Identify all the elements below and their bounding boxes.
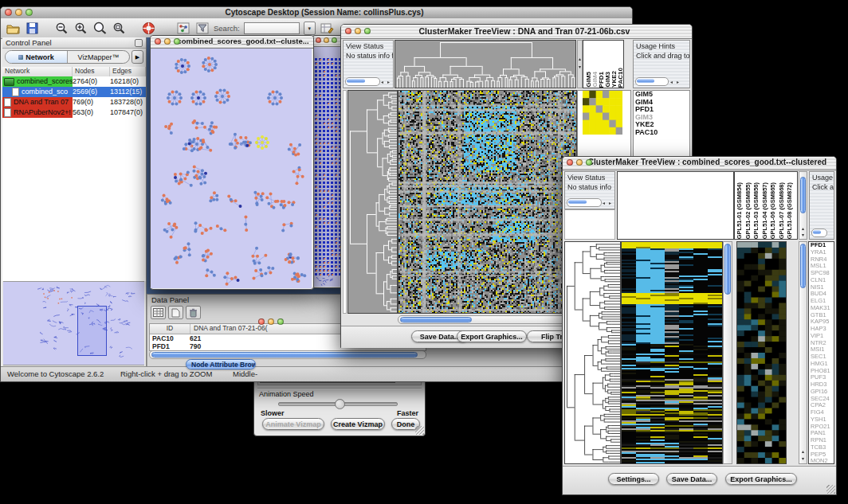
close-button[interactable]: [5, 9, 12, 16]
dendrogram-scroll-strip[interactable]: ▴ ▾: [577, 40, 583, 88]
column-label[interactable]: GPL51-01 (GSM854): [736, 182, 744, 239]
zoom-button[interactable]: [26, 9, 33, 16]
node-attribute-browser-button[interactable]: Node Attribute Browser: [186, 359, 256, 369]
delete-attribute-icon[interactable]: [186, 306, 201, 319]
tab-vizmapper[interactable]: VizMapper™: [67, 51, 129, 63]
treeview1-heatmap-pane[interactable]: [398, 90, 577, 314]
column-label[interactable]: GPL51-06 (GSM865): [769, 182, 778, 239]
view-status-scrollbar[interactable]: [567, 198, 602, 207]
close-button[interactable]: [345, 28, 351, 34]
minimize-button[interactable]: [576, 159, 583, 166]
scroll-left-icon[interactable]: ◂: [603, 200, 605, 207]
zoom-button[interactable]: [332, 37, 337, 43]
close-button[interactable]: [316, 37, 321, 43]
network-overview-pane[interactable]: [3, 281, 144, 365]
scroll-down-icon[interactable]: ▾: [799, 232, 807, 237]
minimize-button[interactable]: [268, 318, 274, 325]
search-input[interactable]: [244, 22, 300, 34]
network-view-canvas[interactable]: [151, 49, 312, 288]
heatmap-scroll-thumb[interactable]: [724, 244, 731, 295]
treeview1-left-dendrogram-pane[interactable]: [347, 90, 398, 314]
treeview2-genelist-scrollbar[interactable]: ▴ ▾: [799, 241, 807, 464]
network-overview-canvas[interactable]: [3, 282, 144, 363]
scroll-up-icon[interactable]: ▴: [799, 226, 807, 231]
tab-network[interactable]: Network: [6, 51, 67, 63]
column-label[interactable]: GPL51-08 (GSM872): [786, 182, 795, 239]
genelist-scroll-thumb[interactable]: [800, 244, 806, 288]
column-label[interactable]: GIM3: [604, 72, 610, 88]
treeview2-button[interactable]: Save Data...: [666, 473, 717, 485]
scroll-left-icon[interactable]: ◂: [381, 79, 383, 86]
column-label[interactable]: GPL51-03 (GSM856): [752, 182, 761, 239]
treeview1-heatmap-canvas[interactable]: [398, 91, 576, 313]
animate-vizmap-button[interactable]: Animate Vizmap: [262, 418, 324, 430]
column-label[interactable]: PAC10: [617, 68, 623, 88]
network-table-row[interactable]: RNAPuberNov2+! 563(0) 107847(0): [2, 107, 146, 118]
top-dendrogram-canvas[interactable]: [395, 41, 575, 88]
zoom-button[interactable]: [364, 28, 371, 34]
slider-thumb[interactable]: [335, 399, 345, 409]
network-table-row[interactable]: combined_sco 2569(6) 13112(15): [2, 87, 146, 97]
treeview2-heatmap-canvas[interactable]: [622, 242, 722, 463]
usage-hints-scroll-thumb[interactable]: [813, 230, 821, 234]
network-table-row[interactable]: combined_scores 2764(0) 16218(0): [2, 76, 146, 87]
filter-icon[interactable]: [194, 21, 210, 36]
view-status-scroll-thumb[interactable]: [347, 79, 365, 83]
help-lifering-icon[interactable]: [141, 21, 156, 36]
close-button[interactable]: [258, 318, 265, 325]
main-titlebar[interactable]: Cytoscape Desktop (Session Name: collins…: [1, 7, 632, 19]
scroll-up-icon[interactable]: ▴: [578, 57, 582, 61]
treeview2-button[interactable]: Settings...: [608, 473, 659, 485]
create-vizmap-button[interactable]: Create Vizmap: [331, 418, 385, 430]
gene-list-item[interactable]: MON2: [809, 458, 834, 464]
animation-speed-slider[interactable]: [278, 402, 398, 406]
treeview2-detail-heatmap-canvas[interactable]: [737, 242, 786, 463]
zoom-button[interactable]: [174, 38, 180, 45]
view-status-scrollbar[interactable]: [345, 77, 380, 86]
treeview2-dendrogram-pane[interactable]: [564, 241, 621, 464]
scroll-left-icon[interactable]: ◂: [670, 79, 673, 86]
scroll-right-icon[interactable]: ▸: [609, 200, 611, 207]
gene-list-item[interactable]: PAC10: [634, 129, 689, 137]
treeview1-hscrollbar[interactable]: ◂ ▸: [398, 315, 577, 324]
left-scroll-strip[interactable]: [343, 90, 347, 314]
treeview2-detail-pane[interactable]: [736, 241, 787, 464]
scroll-right-icon[interactable]: ▸: [677, 79, 679, 86]
treeview1-titlebar[interactable]: ClusterMaker TreeView : DNA and Tran 07-…: [341, 25, 692, 39]
zoom-button[interactable]: [277, 318, 284, 325]
float-panel-icon[interactable]: [135, 39, 143, 47]
grid-window-titlebar[interactable]: [313, 36, 344, 47]
treeview2-button[interactable]: Export Graphics...: [725, 473, 797, 485]
treeview2-top-dendrogram-pane[interactable]: ▴: [617, 171, 734, 240]
minimize-button[interactable]: [15, 9, 22, 16]
minimize-button[interactable]: [164, 38, 171, 45]
table-mode-icon[interactable]: [151, 306, 166, 319]
network-window-titlebar[interactable]: combined_scores_good.txt--cluste...: [151, 36, 313, 49]
zoom-fit-icon[interactable]: [92, 21, 108, 36]
column-label[interactable]: GIM5: [585, 72, 591, 88]
annotation-icon[interactable]: [175, 21, 190, 36]
column-label[interactable]: YKE2: [610, 71, 617, 88]
zoom-selected-icon[interactable]: [112, 21, 127, 36]
treeview2-titlebar[interactable]: ClusterMaker TreeView : combined_scores_…: [563, 157, 836, 170]
tabs-overflow-button[interactable]: ▶: [132, 50, 143, 64]
data-panel-hscrollbar[interactable]: [149, 350, 426, 359]
treeview1-detail-heatmap-canvas[interactable]: [583, 91, 622, 135]
treeview1-hscroll-thumb[interactable]: [400, 317, 472, 322]
left-dendrogram-canvas[interactable]: [348, 91, 397, 313]
scroll-up-icon[interactable]: ▴: [799, 449, 807, 454]
network-table-row[interactable]: DNA and Tran 07 769(0) 183728(0): [2, 97, 146, 107]
view-status-scroll-thumb[interactable]: [568, 200, 587, 204]
usage-hints-scrollbar[interactable]: [811, 229, 827, 237]
new-attribute-icon[interactable]: [168, 306, 183, 319]
labels-scroll-thumb[interactable]: [800, 177, 806, 213]
treeview2-dendrogram-canvas[interactable]: [565, 242, 620, 463]
save-icon[interactable]: [25, 21, 40, 36]
column-label[interactable]: GPL51-04 (GSM857): [761, 182, 770, 239]
column-label[interactable]: GIM4: [591, 72, 598, 88]
close-button[interactable]: [155, 38, 161, 45]
treeview2-heatmap-scrollbar[interactable]: [723, 241, 732, 464]
search-dropdown-button[interactable]: ▾: [304, 21, 316, 35]
treeview1-button[interactable]: Export Graphics...: [457, 330, 527, 342]
attribute-browser-icon[interactable]: [320, 21, 335, 36]
